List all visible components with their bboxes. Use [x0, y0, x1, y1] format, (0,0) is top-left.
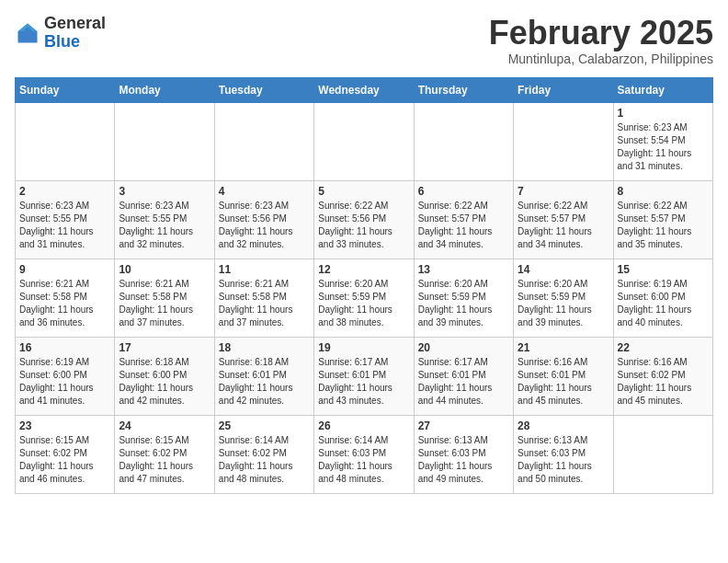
day-info: Sunrise: 6:17 AM Sunset: 6:01 PM Dayligh… [418, 356, 509, 408]
day-info: Sunrise: 6:20 AM Sunset: 5:59 PM Dayligh… [418, 278, 509, 329]
day-number: 16 [19, 341, 110, 354]
header-cell-wednesday: Wednesday [314, 77, 414, 102]
day-cell: 25Sunrise: 6:14 AM Sunset: 6:02 PM Dayli… [214, 415, 313, 493]
day-number: 1 [618, 107, 709, 120]
day-info: Sunrise: 6:21 AM Sunset: 5:58 PM Dayligh… [119, 278, 210, 329]
day-cell: 27Sunrise: 6:13 AM Sunset: 6:03 PM Dayli… [414, 415, 513, 493]
day-info: Sunrise: 6:14 AM Sunset: 6:03 PM Dayligh… [318, 434, 409, 486]
day-info: Sunrise: 6:22 AM Sunset: 5:57 PM Dayligh… [418, 200, 509, 251]
day-cell: 24Sunrise: 6:15 AM Sunset: 6:02 PM Dayli… [115, 415, 214, 493]
logo-blue: Blue [44, 33, 106, 52]
day-number: 10 [119, 263, 210, 276]
day-info: Sunrise: 6:21 AM Sunset: 5:58 PM Dayligh… [19, 278, 110, 329]
day-cell: 8Sunrise: 6:22 AM Sunset: 5:57 PM Daylig… [613, 180, 712, 259]
logo: General Blue [15, 15, 106, 52]
day-info: Sunrise: 6:13 AM Sunset: 6:03 PM Dayligh… [418, 434, 509, 486]
day-cell: 17Sunrise: 6:18 AM Sunset: 6:00 PM Dayli… [115, 337, 214, 415]
day-number: 5 [318, 185, 409, 198]
day-number: 13 [418, 263, 509, 276]
day-info: Sunrise: 6:23 AM Sunset: 5:55 PM Dayligh… [19, 200, 110, 251]
day-info: Sunrise: 6:22 AM Sunset: 5:57 PM Dayligh… [618, 200, 709, 251]
day-cell: 19Sunrise: 6:17 AM Sunset: 6:01 PM Dayli… [314, 337, 414, 415]
day-cell: 28Sunrise: 6:13 AM Sunset: 6:03 PM Dayli… [514, 415, 613, 493]
header-cell-friday: Friday [514, 77, 613, 102]
day-info: Sunrise: 6:19 AM Sunset: 6:00 PM Dayligh… [19, 356, 110, 408]
day-number: 9 [19, 263, 110, 276]
header-cell-sunday: Sunday [16, 77, 115, 102]
day-number: 19 [318, 341, 409, 354]
day-number: 27 [418, 419, 509, 432]
day-cell: 26Sunrise: 6:14 AM Sunset: 6:03 PM Dayli… [314, 415, 414, 493]
day-number: 6 [418, 185, 509, 198]
day-number: 17 [119, 341, 210, 354]
day-info: Sunrise: 6:19 AM Sunset: 6:00 PM Dayligh… [618, 278, 709, 329]
day-info: Sunrise: 6:13 AM Sunset: 6:03 PM Dayligh… [518, 434, 609, 486]
calendar-title: February 2025 [489, 15, 713, 52]
header-cell-monday: Monday [115, 77, 214, 102]
header-row: SundayMondayTuesdayWednesdayThursdayFrid… [16, 77, 713, 102]
day-cell: 14Sunrise: 6:20 AM Sunset: 5:59 PM Dayli… [514, 259, 613, 337]
day-number: 20 [418, 341, 509, 354]
day-info: Sunrise: 6:18 AM Sunset: 6:00 PM Dayligh… [119, 356, 210, 408]
day-number: 4 [219, 185, 310, 198]
day-number: 18 [219, 341, 310, 354]
day-info: Sunrise: 6:20 AM Sunset: 5:59 PM Dayligh… [518, 278, 609, 329]
day-cell [414, 102, 513, 180]
header-cell-thursday: Thursday [414, 77, 513, 102]
week-row-2: 2Sunrise: 6:23 AM Sunset: 5:55 PM Daylig… [16, 180, 713, 259]
day-cell: 5Sunrise: 6:22 AM Sunset: 5:56 PM Daylig… [314, 180, 414, 259]
day-number: 11 [219, 263, 310, 276]
day-info: Sunrise: 6:15 AM Sunset: 6:02 PM Dayligh… [19, 434, 110, 486]
day-cell: 21Sunrise: 6:16 AM Sunset: 6:01 PM Dayli… [514, 337, 613, 415]
day-info: Sunrise: 6:14 AM Sunset: 6:02 PM Dayligh… [219, 434, 310, 486]
day-number: 14 [518, 263, 609, 276]
day-cell: 7Sunrise: 6:22 AM Sunset: 5:57 PM Daylig… [514, 180, 613, 259]
day-cell: 16Sunrise: 6:19 AM Sunset: 6:00 PM Dayli… [16, 337, 115, 415]
day-cell: 1Sunrise: 6:23 AM Sunset: 5:54 PM Daylig… [613, 102, 712, 180]
day-cell [16, 102, 115, 180]
day-info: Sunrise: 6:23 AM Sunset: 5:54 PM Dayligh… [618, 121, 709, 173]
day-number: 8 [618, 185, 709, 198]
week-row-1: 1Sunrise: 6:23 AM Sunset: 5:54 PM Daylig… [16, 102, 713, 180]
logo-general: General [44, 15, 106, 33]
day-number: 2 [19, 185, 110, 198]
day-number: 24 [119, 419, 210, 432]
calendar-subtitle: Muntinlupa, Calabarzon, Philippines [489, 52, 713, 66]
day-info: Sunrise: 6:23 AM Sunset: 5:56 PM Dayligh… [219, 200, 310, 251]
week-row-4: 16Sunrise: 6:19 AM Sunset: 6:00 PM Dayli… [16, 337, 713, 415]
day-cell: 20Sunrise: 6:17 AM Sunset: 6:01 PM Dayli… [414, 337, 513, 415]
day-info: Sunrise: 6:16 AM Sunset: 6:01 PM Dayligh… [518, 356, 609, 408]
logo-icon [15, 20, 40, 46]
day-cell [314, 102, 414, 180]
day-cell [214, 102, 313, 180]
day-cell [514, 102, 613, 180]
week-row-5: 23Sunrise: 6:15 AM Sunset: 6:02 PM Dayli… [16, 415, 713, 493]
day-cell: 18Sunrise: 6:18 AM Sunset: 6:01 PM Dayli… [214, 337, 313, 415]
header-cell-saturday: Saturday [613, 77, 712, 102]
day-info: Sunrise: 6:22 AM Sunset: 5:56 PM Dayligh… [318, 200, 409, 251]
title-block: February 2025 Muntinlupa, Calabarzon, Ph… [489, 15, 713, 66]
day-info: Sunrise: 6:16 AM Sunset: 6:02 PM Dayligh… [618, 356, 709, 408]
week-row-3: 9Sunrise: 6:21 AM Sunset: 5:58 PM Daylig… [16, 259, 713, 337]
day-cell: 2Sunrise: 6:23 AM Sunset: 5:55 PM Daylig… [16, 180, 115, 259]
day-number: 25 [219, 419, 310, 432]
day-cell: 15Sunrise: 6:19 AM Sunset: 6:00 PM Dayli… [613, 259, 712, 337]
day-info: Sunrise: 6:18 AM Sunset: 6:01 PM Dayligh… [219, 356, 310, 408]
day-cell [115, 102, 214, 180]
calendar-table: SundayMondayTuesdayWednesdayThursdayFrid… [15, 77, 713, 494]
day-cell: 6Sunrise: 6:22 AM Sunset: 5:57 PM Daylig… [414, 180, 513, 259]
day-number: 26 [318, 419, 409, 432]
day-number: 3 [119, 185, 210, 198]
day-info: Sunrise: 6:22 AM Sunset: 5:57 PM Dayligh… [518, 200, 609, 251]
calendar-header: SundayMondayTuesdayWednesdayThursdayFrid… [16, 77, 713, 102]
header-cell-tuesday: Tuesday [214, 77, 313, 102]
day-number: 28 [518, 419, 609, 432]
day-cell: 22Sunrise: 6:16 AM Sunset: 6:02 PM Dayli… [613, 337, 712, 415]
day-number: 7 [518, 185, 609, 198]
day-number: 23 [19, 419, 110, 432]
day-cell [613, 415, 712, 493]
day-info: Sunrise: 6:20 AM Sunset: 5:59 PM Dayligh… [318, 278, 409, 329]
day-cell: 13Sunrise: 6:20 AM Sunset: 5:59 PM Dayli… [414, 259, 513, 337]
day-cell: 23Sunrise: 6:15 AM Sunset: 6:02 PM Dayli… [16, 415, 115, 493]
page-header: General Blue February 2025 Muntinlupa, C… [15, 15, 713, 66]
